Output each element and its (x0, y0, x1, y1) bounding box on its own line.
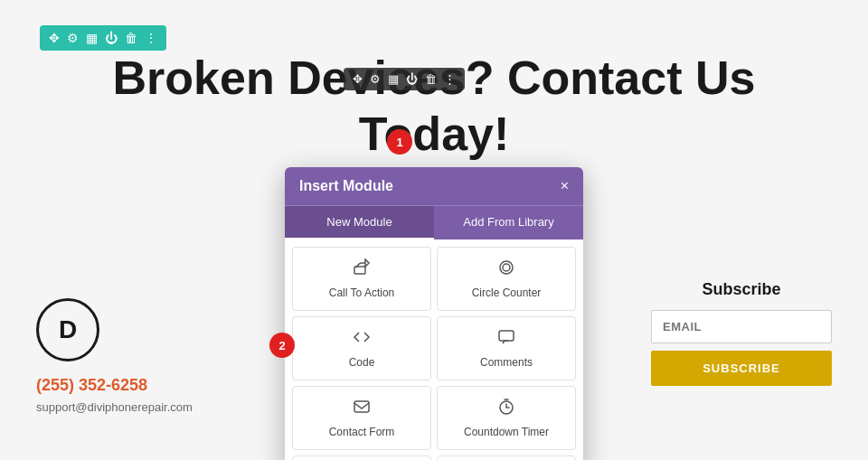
code-icon (353, 328, 371, 351)
badge-2: 2 (269, 333, 295, 358)
grid-icon[interactable]: ▦ (86, 31, 98, 45)
module-item-code[interactable]: Code (292, 316, 431, 380)
phone-number: (255) 352-6258 (36, 376, 193, 395)
svg-rect-4 (354, 401, 369, 412)
svg-point-1 (500, 261, 513, 274)
svg-rect-3 (499, 331, 514, 341)
call-to-action-label: Call To Action (329, 286, 395, 299)
subscribe-button[interactable]: SUBSCRIBE (651, 351, 832, 386)
badge-1: 1 (387, 129, 412, 155)
insert-module-tabs: New Module Add From Library (285, 205, 583, 239)
module-item-divider[interactable]: Divider (292, 455, 431, 460)
subscribe-title: Subscribe (651, 280, 832, 299)
module-item-comments[interactable]: Comments (437, 316, 576, 380)
move-icon[interactable]: ✥ (49, 31, 60, 45)
more-icon[interactable]: ⋮ (145, 31, 157, 45)
float-power-icon[interactable]: ⏻ (406, 72, 418, 86)
power-icon[interactable]: ⏻ (105, 31, 118, 45)
float-settings-icon[interactable]: ⚙ (370, 72, 381, 86)
contact-form-icon (353, 398, 371, 420)
float-trash-icon[interactable]: 🗑 (425, 72, 437, 86)
settings-icon[interactable]: ⚙ (67, 31, 79, 45)
float-grid-icon[interactable]: ▦ (388, 72, 399, 86)
module-item-contact-form[interactable]: Contact Form (292, 386, 431, 450)
subscribe-widget: Subscribe SUBSCRIBE (651, 280, 832, 386)
call-to-action-icon (353, 258, 371, 281)
insert-module-dialog: Insert Module × New Module Add From Libr… (285, 167, 583, 460)
tab-add-from-library[interactable]: Add From Library (434, 206, 583, 239)
circle-counter-label: Circle Counter (472, 286, 542, 299)
svg-point-2 (503, 264, 510, 271)
module-grid: Call To Action Circle Counter (292, 247, 576, 460)
countdown-timer-label: Countdown Timer (464, 426, 549, 438)
page-heading: Broken Devices? Contact Us Today! (0, 50, 868, 163)
comments-icon (497, 328, 515, 351)
svg-rect-0 (354, 267, 365, 274)
top-toolbar[interactable]: ✥ ⚙ ▦ ⏻ 🗑 ⋮ (40, 25, 166, 51)
insert-module-header: Insert Module × (285, 167, 583, 205)
module-item-email-optin[interactable]: Email Optin (437, 455, 576, 460)
float-move-icon[interactable]: ✥ (353, 72, 363, 86)
left-content: D (255) 352-6258 support@diviphonerepair… (36, 298, 193, 414)
countdown-timer-icon (497, 398, 515, 420)
circle-counter-icon (497, 258, 515, 281)
divi-logo: D (36, 298, 99, 361)
comments-label: Comments (480, 356, 533, 369)
module-item-circle-counter[interactable]: Circle Counter (437, 247, 576, 311)
module-item-call-to-action[interactable]: Call To Action (292, 247, 431, 311)
float-more-icon[interactable]: ⋮ (444, 72, 456, 86)
contact-form-label: Contact Form (329, 426, 395, 438)
insert-module-title: Insert Module (299, 178, 393, 194)
insert-module-body: Call To Action Circle Counter (285, 239, 583, 460)
code-label: Code (349, 356, 375, 369)
page-background: ✥ ⚙ ▦ ⏻ 🗑 ⋮ Broken Devices? Contact Us T… (0, 0, 868, 460)
trash-icon[interactable]: 🗑 (125, 31, 137, 45)
email-input[interactable] (651, 310, 832, 343)
close-button[interactable]: × (561, 178, 569, 194)
email-address: support@diviphonerepair.com (36, 400, 193, 414)
module-item-countdown-timer[interactable]: Countdown Timer (437, 386, 576, 450)
tab-new-module[interactable]: New Module (285, 206, 434, 239)
float-toolbar[interactable]: ✥ ⚙ ▦ ⏻ 🗑 ⋮ (344, 68, 465, 90)
